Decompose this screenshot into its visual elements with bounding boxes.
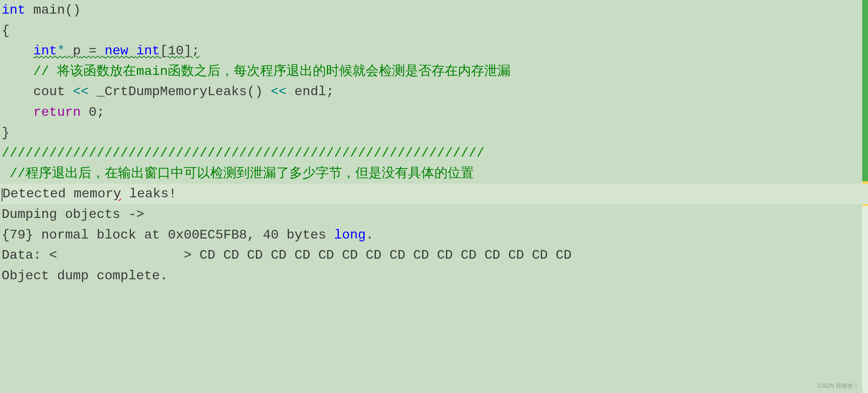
code-line-1: int main() (0, 0, 868, 21)
output-text: leaks! (121, 186, 176, 201)
stream-operator: << (271, 84, 286, 99)
number-zero: 0 (81, 105, 96, 120)
output-text-error: y (113, 186, 121, 201)
code-line-9: //程序退出后，在输出窗口中可以检测到泄漏了多少字节，但是没有具体的位置 (0, 164, 868, 184)
bracket-literal: [10]; (160, 43, 199, 58)
comment-text: //程序退出后，在输出窗口中可以检测到泄漏了多少字节，但是没有具体的位置 (2, 166, 474, 181)
code-line-4: // 将该函数放在main函数之后，每次程序退出的时候就会检测是否存在内存泄漏 (0, 61, 868, 82)
indent (2, 43, 33, 58)
star-operator: * (57, 43, 73, 58)
code-line-11: Dumping objects -> (0, 204, 868, 225)
code-line-5: cout << _CrtDumpMemoryLeaks() << endl; (0, 82, 868, 102)
indent (2, 105, 33, 120)
semicolon: ; (326, 84, 334, 99)
comment-text: // 将该函数放在main函数之后，每次程序退出的时候就会检测是否存在内存泄漏 (33, 64, 511, 79)
semicolon: ; (96, 105, 104, 120)
identifier-p: p (73, 43, 81, 58)
keyword-long: long (334, 227, 366, 243)
keyword-return: return (33, 105, 81, 120)
code-editor[interactable]: int main() { int* p = new int[10]; // 将该… (0, 0, 868, 393)
identifier-main: main (26, 2, 65, 18)
identifier-endl: endl (286, 84, 326, 99)
indent (2, 84, 33, 99)
brace-close: } (2, 125, 9, 140)
code-line-13: Data: < > CD CD CD CD CD CD CD CD CD CD … (0, 245, 868, 266)
keyword-int: int (136, 43, 160, 58)
output-text: {79} normal block at 0x00EC5FB8, 40 byte… (2, 227, 334, 243)
code-line-14: Object dump complete. (0, 266, 868, 286)
output-text: Data: < > CD CD CD CD CD CD CD CD CD CD … (2, 248, 579, 263)
code-line-8: ////////////////////////////////////////… (0, 143, 868, 164)
identifier-cout: cout (33, 84, 73, 99)
code-line-10-current: Detected memory leaks! (0, 184, 868, 204)
parentheses: () (65, 2, 81, 18)
equals: = (81, 43, 105, 58)
watermark: CSDN @楠舍！ (818, 381, 859, 391)
code-line-12: {79} normal block at 0x00EC5FB8, 40 byte… (0, 225, 868, 246)
keyword-int: int (33, 43, 57, 58)
output-text: Dumping objects -> (2, 207, 144, 222)
code-line-7: } (0, 123, 868, 143)
code-line-2: { (0, 21, 868, 41)
comment-divider: ////////////////////////////////////////… (2, 145, 484, 161)
output-text: Object dump complete. (2, 268, 168, 283)
indent (2, 64, 33, 79)
output-text: Detected memor (2, 186, 113, 201)
keyword-new: new (105, 43, 129, 58)
space (128, 43, 136, 58)
period: . (366, 227, 373, 243)
code-line-6: return 0; (0, 102, 868, 123)
code-block: int main() { int* p = new int[10]; // 将该… (0, 0, 868, 286)
keyword-int: int (2, 2, 26, 18)
stream-operator: << (73, 84, 89, 99)
code-line-3: int* p = new int[10]; (0, 41, 868, 61)
function-call: _CrtDumpMemoryLeaks (89, 84, 247, 99)
parentheses: () (247, 84, 271, 99)
brace-open: { (2, 23, 9, 38)
